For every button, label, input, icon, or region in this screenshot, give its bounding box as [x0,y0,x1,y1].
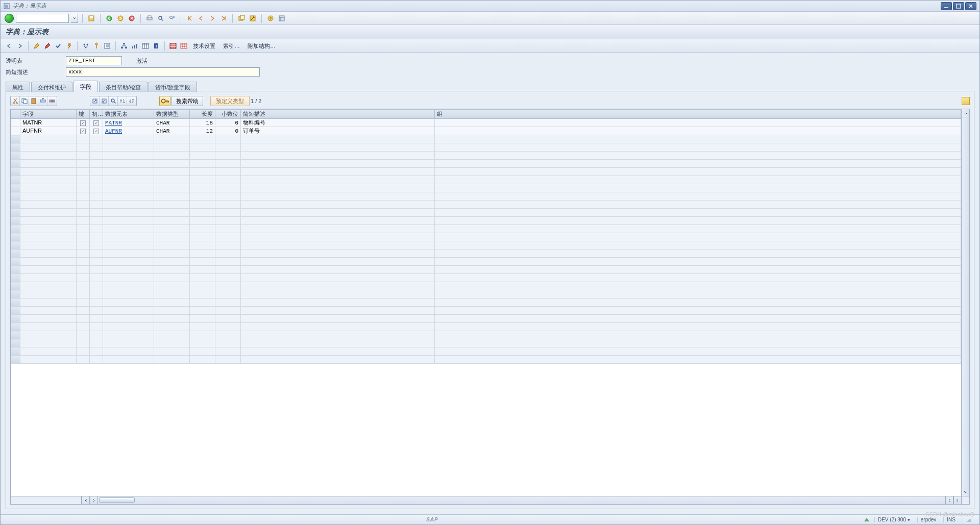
expand-icon[interactable] [90,96,100,106]
table-row[interactable] [11,192,961,201]
table-name-field[interactable] [66,56,122,65]
status-system[interactable]: DEV (2) 800 ▾ [874,517,913,522]
cut-icon[interactable] [11,96,20,106]
table-row[interactable] [11,209,961,217]
minimize-button[interactable] [941,2,952,10]
horizontal-scrollbar[interactable] [10,496,970,505]
first-page-icon[interactable] [185,14,194,23]
find-in-table-icon[interactable] [109,96,118,106]
find-next-icon[interactable] [167,14,177,23]
find-icon[interactable] [156,14,165,23]
fields-grid[interactable]: 字段 键 初… 数据元素 数据类型 长度 小数位 简短描述 组 MATNR [10,109,962,496]
status-resize-icon[interactable] [963,516,975,523]
table-row[interactable] [11,290,961,298]
scroll-left-icon[interactable] [82,496,90,505]
scroll-up-icon[interactable] [962,109,969,117]
insert-row-icon[interactable] [38,96,47,106]
predefined-type-button[interactable]: 预定义类型 [210,96,250,106]
graphic-icon[interactable] [130,41,139,51]
check-icon[interactable] [54,41,63,51]
data-element-link[interactable]: MATNR [105,120,122,126]
key-icon[interactable] [159,96,170,106]
tech-settings-grid-icon[interactable] [168,41,178,51]
scroll-thumb[interactable] [99,497,135,503]
next-page-icon[interactable] [208,14,217,23]
sort-asc-icon[interactable] [118,96,127,106]
sort-desc-icon[interactable] [127,96,136,106]
other-object-icon[interactable] [43,41,52,51]
back-icon[interactable] [105,14,114,23]
save-icon[interactable] [87,14,96,23]
table-row[interactable] [11,201,961,209]
tab-fields[interactable]: 字段 [74,81,98,92]
command-field[interactable] [16,14,69,23]
data-element-link[interactable]: AUFNR [105,128,122,134]
col-group[interactable]: 组 [435,110,961,119]
table-row[interactable] [11,323,961,331]
table-row[interactable] [11,241,961,249]
contents-icon[interactable] [103,41,112,51]
help-icon[interactable]: ? [266,14,275,23]
info-icon[interactable]: i [152,41,161,51]
table-row[interactable] [11,184,961,192]
maximize-button[interactable] [953,2,964,10]
append-grid-icon[interactable] [179,41,188,51]
table-row[interactable] [11,339,961,347]
table-row[interactable] [11,331,961,339]
display-object-list-icon[interactable] [92,41,101,51]
table-row[interactable] [11,135,961,143]
search-help-button[interactable]: 搜索帮助 [172,96,203,106]
hierarchy-icon[interactable] [119,41,129,51]
collapse-icon[interactable] [100,96,109,106]
delete-row-icon[interactable] [47,96,57,106]
display-change-icon[interactable] [32,41,41,51]
indexes-button[interactable]: 索引… [220,41,243,51]
append-structure-button[interactable]: 附加结构… [244,41,279,51]
table-contents-icon[interactable] [141,41,150,51]
exit-icon[interactable] [116,14,125,23]
col-decimals[interactable]: 小数位 [215,110,241,119]
new-session-icon[interactable] [237,14,246,23]
tab-entryhelp[interactable]: 条目帮助/检查 [99,82,148,92]
table-row[interactable] [11,176,961,184]
table-row[interactable] [11,233,961,241]
table-row[interactable] [11,315,961,323]
table-row[interactable] [11,168,961,176]
vertical-scrollbar[interactable] [962,109,970,496]
table-row[interactable] [11,282,961,290]
table-row[interactable]: MATNR MATNR CHAR 18 0 物料编号 [11,119,961,127]
table-row[interactable] [11,143,961,152]
table-row[interactable] [11,152,961,160]
scroll-down-icon[interactable] [962,488,969,496]
layout-menu-icon[interactable] [277,14,286,23]
init-checkbox[interactable] [93,120,99,126]
copy-icon[interactable] [20,96,29,106]
scroll-right2-icon[interactable] [953,496,962,505]
key-checkbox[interactable] [80,129,86,134]
table-row[interactable] [11,274,961,282]
print-icon[interactable] [145,14,154,23]
key-checkbox[interactable] [80,120,86,126]
tab-attributes[interactable]: 属性 [6,82,30,92]
table-row[interactable] [11,249,961,258]
table-settings-icon[interactable] [962,97,970,105]
col-shortdesc[interactable]: 简短描述 [241,110,435,119]
table-row[interactable] [11,225,961,233]
table-row[interactable]: AUFNR AUFNR CHAR 12 0 订单号 [11,127,961,135]
table-row[interactable] [11,347,961,356]
col-datatype[interactable]: 数据类型 [154,110,190,119]
table-row[interactable] [11,160,961,168]
nav-forward-icon[interactable] [15,41,24,51]
table-row[interactable] [11,258,961,266]
col-length[interactable]: 长度 [190,110,215,119]
enter-button[interactable] [5,14,14,23]
paste-icon[interactable] [29,96,38,106]
where-used-icon[interactable] [81,41,90,51]
table-row[interactable] [11,266,961,274]
last-page-icon[interactable] [219,14,228,23]
tab-delivery[interactable]: 交付和维护 [31,82,72,92]
activate-icon[interactable] [64,41,74,51]
col-dataelem[interactable]: 数据元素 [103,110,154,119]
scroll-right-icon[interactable] [90,496,98,505]
tab-currency[interactable]: 货币/数量字段 [149,82,197,92]
